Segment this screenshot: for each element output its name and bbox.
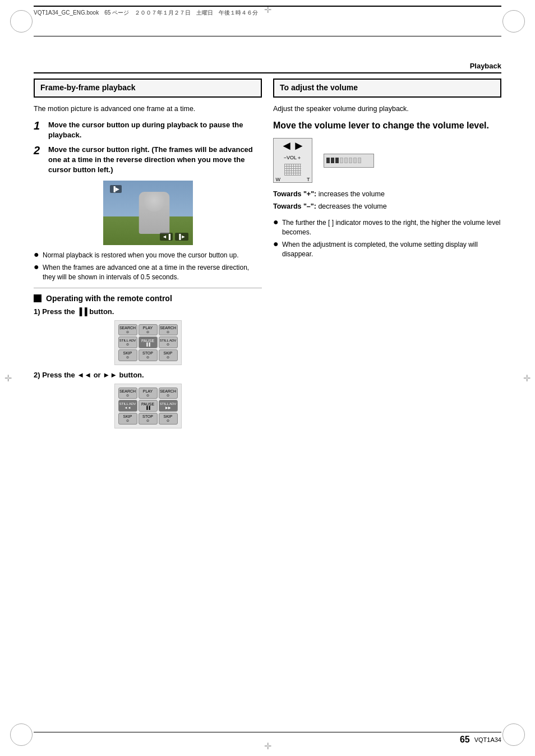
towards-plus-text: increases the volume — [319, 190, 385, 198]
vol-heading: Move the volume lever to change the volu… — [273, 120, 501, 132]
seg-8 — [358, 158, 361, 163]
vol-bullet-dot-2: ● — [273, 239, 280, 259]
vol-diagram: ◄► −VOL＋ WT — [273, 138, 501, 183]
frame-intro: The motion picture is advanced one frame… — [34, 104, 262, 114]
bullet-dot-2: ● — [34, 262, 40, 282]
corner-tr — [502, 10, 525, 33]
rb-skip-right: SKIP⊙ — [159, 349, 178, 361]
header: VQT1A34_GC_ENG.book 65 ページ ２００７年１月２７日 土曜… — [34, 6, 501, 36]
rb2-still-adv-right: STILL ADV▶▶ — [159, 400, 178, 412]
remote-image-2: SEARCH⊙ PLAY⊙ SEARCH⊙ STILL ADV◄◄ PAUSE▐… — [114, 384, 182, 428]
vol-section-box: To adjust the volume — [273, 79, 501, 98]
step-2-num: 2 — [34, 145, 44, 176]
rb2-play: PLAY⊙ — [139, 388, 158, 399]
rb2-skip-right: SKIP⊙ — [159, 413, 178, 425]
remote-buttons-1: SEARCH⊙ PLAY⊙ SEARCH⊙ STILL ADV⊙ PAUSE▐▐… — [115, 321, 181, 365]
remote-section-title: Operating with the remote control — [34, 294, 262, 303]
seg-6 — [349, 158, 352, 163]
towards-plus-label: Towards "+": — [273, 190, 316, 198]
header-meta: VQT1A34_GC_ENG.book 65 ページ ２００７年１月２７日 土曜… — [34, 9, 258, 17]
rb2-still-adv-left: STILL ADV◄◄ — [118, 400, 137, 412]
step-2: 2 Move the cursor button right. (The fra… — [34, 145, 262, 176]
rb2-stop: STOP⊙ — [139, 413, 158, 425]
vol-grid — [284, 164, 301, 176]
seg-4 — [340, 158, 343, 163]
rb2-pause: PAUSE▐▐ — [139, 400, 158, 412]
rb2-search-right: SEARCH⊙ — [159, 388, 178, 399]
remote-title-text: Operating with the remote control — [46, 294, 172, 303]
vol-arrow: ◄► — [280, 139, 305, 153]
page-title-text: Playback — [470, 62, 501, 70]
seg-2 — [331, 158, 334, 163]
vol-bullet-2: ● When the adjustment is completed, the … — [273, 240, 501, 259]
vol-lever-container: ◄► −VOL＋ WT — [273, 138, 312, 183]
vol-bullet-text-1: The further the [ ] indicator moves to t… — [282, 218, 501, 237]
rb-play: PLAY⊙ — [139, 324, 158, 336]
remote-image-1: SEARCH⊙ PLAY⊙ SEARCH⊙ STILL ADV⊙ PAUSE▐▐… — [114, 320, 182, 365]
vol-bar-segments — [326, 158, 361, 163]
rb-stop: STOP⊙ — [139, 349, 158, 361]
bullet-item-1: ● Normal playback is restored when you m… — [34, 251, 262, 260]
frame-by-frame-title: Frame-by-frame playback — [40, 83, 255, 92]
rb-search-right: SEARCH⊙ — [159, 324, 178, 336]
bullet-text-1: Normal playback is restored when you mov… — [43, 251, 239, 260]
black-square-icon — [34, 294, 41, 302]
vol-bullet-dot-1: ● — [273, 218, 280, 237]
main-content: Frame-by-frame playback The motion pictu… — [34, 73, 501, 711]
corner-bl — [10, 723, 33, 746]
towards-minus-text: decreases the volume — [318, 202, 386, 210]
towards-plus: Towards "+": increases the volume — [273, 190, 501, 200]
remote-step-1: 1) Press the ▐▐ button. — [34, 307, 262, 316]
page-number: 65 — [460, 735, 470, 745]
corner-br — [502, 723, 525, 746]
remote-buttons-2: SEARCH⊙ PLAY⊙ SEARCH⊙ STILL ADV◄◄ PAUSE▐… — [115, 384, 181, 428]
seg-7 — [353, 158, 357, 163]
rb-skip-left: SKIP⊙ — [118, 349, 137, 361]
vol-bar-container — [324, 154, 374, 168]
rb-still-adv-left: STILL ADV⊙ — [118, 336, 137, 348]
page-title: Playback — [34, 62, 501, 73]
playback-image: ▐▶ ◄▐ ▐► — [103, 181, 193, 245]
remote-step-2-text: 2) Press the ◄◄ or ►► button. — [34, 371, 144, 379]
step-1: 1 Move the cursor button up during playb… — [34, 120, 262, 140]
step-2-text: Move the cursor button right. (The frame… — [48, 145, 262, 176]
playback-top-icon: ▐▶ — [110, 185, 122, 193]
vol-wt-label: WT — [275, 177, 310, 182]
vol-lever: ◄► −VOL＋ WT — [273, 138, 312, 183]
rb-still-adv-right: STILL ADV⊙ — [159, 336, 178, 348]
bullet-dot-1: ● — [34, 250, 40, 260]
rb2-search-left: SEARCH⊙ — [118, 388, 137, 399]
vol-intro: Adjust the speaker volume during playbac… — [273, 104, 501, 114]
vol-bar-display — [324, 154, 374, 168]
right-column: To adjust the volume Adjust the speaker … — [273, 73, 501, 711]
seg-1 — [326, 158, 330, 163]
step-1-text: Move the cursor button up during playbac… — [48, 120, 262, 140]
vol-minus-plus: −VOL＋ — [284, 154, 302, 162]
towards-minus: Towards "–": decreases the volume — [273, 202, 501, 212]
rb2-skip-left: SKIP⊙ — [118, 413, 137, 425]
vol-bullet-1: ● The further the [ ] indicator moves to… — [273, 218, 501, 237]
crosshair-left: ✛ — [4, 373, 12, 384]
frame-by-frame-box: Frame-by-frame playback — [34, 79, 262, 98]
rb-search-left: SEARCH⊙ — [118, 324, 137, 336]
bullet-item-2: ● When the frames are advanced one at a … — [34, 263, 262, 282]
seg-3 — [335, 158, 339, 163]
bullet-text-2: When the frames are advanced one at a ti… — [43, 263, 262, 282]
corner-tl — [10, 10, 33, 33]
step-1-num: 1 — [34, 120, 44, 140]
footer: 65 VQT1A34 — [34, 732, 501, 745]
vol-bullet-section: ● The further the [ ] indicator moves to… — [273, 218, 501, 259]
divider — [34, 288, 262, 288]
remote-step-2: 2) Press the ◄◄ or ►► button. — [34, 371, 262, 379]
page-code: VQT1A34 — [474, 736, 501, 743]
remote-step-1-text: 1) Press the ▐▐ button. — [34, 307, 114, 316]
seg-5 — [344, 158, 348, 163]
rb-pause: PAUSE▐▐ — [139, 336, 158, 348]
vol-title: To adjust the volume — [280, 83, 495, 92]
pb-icon-back: ◄▐ — [160, 233, 173, 241]
pb-icon-forward: ▐► — [175, 233, 188, 241]
left-column: Frame-by-frame playback The motion pictu… — [34, 73, 262, 711]
bullet-section-1: ● Normal playback is restored when you m… — [34, 251, 262, 282]
vol-bullet-text-2: When the adjustment is completed, the vo… — [282, 240, 501, 259]
towards-minus-label: Towards "–": — [273, 202, 316, 210]
